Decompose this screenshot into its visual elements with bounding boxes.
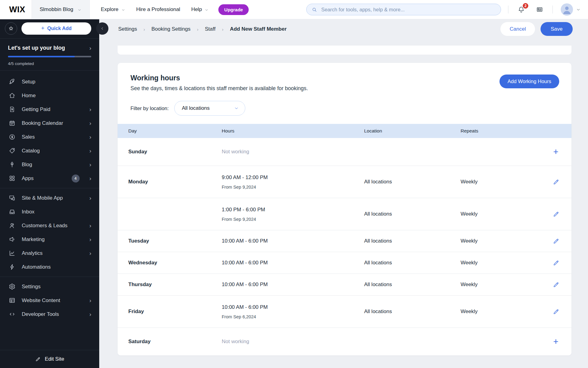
sidebar-item-apps[interactable]: Apps4›: [0, 171, 99, 185]
hours-cell: 10:00 AM - 6:00 PM: [222, 282, 364, 288]
nav-help-label: Help: [191, 6, 202, 13]
location-cell: All locations: [364, 238, 461, 244]
sidebar-collapse-button[interactable]: [96, 22, 108, 35]
sidebar-item-site-mobile-app[interactable]: Site & Mobile App›: [0, 191, 99, 205]
setup-progress-fill: [8, 56, 75, 57]
sidebar-item-developer-tools[interactable]: Developer Tools›: [0, 307, 99, 321]
edit-site-button[interactable]: Edit Site: [0, 350, 99, 368]
repeats-cell: Weekly: [461, 260, 549, 266]
sidebar-item-label: Website Content: [22, 297, 83, 304]
edit-hours-button[interactable]: [551, 307, 561, 316]
repeats-cell: Weekly: [461, 309, 549, 315]
sidebar-item-catalog[interactable]: Catalog›: [0, 144, 99, 158]
chevron-down-icon: [121, 8, 125, 12]
breadcrumb-current-page: Add New Staff Member: [230, 26, 287, 32]
breadcrumb-booking-settings[interactable]: Booking Settings: [151, 26, 190, 32]
wix-dashboard: WIX Slmobbin Blog Explore Hire a Profess…: [0, 0, 588, 368]
site-name: Slmobbin Blog: [40, 6, 74, 13]
breadcrumb-settings[interactable]: Settings: [118, 26, 137, 32]
edit-hours-button[interactable]: [551, 177, 561, 187]
plus-icon: +: [553, 148, 559, 155]
hours-cell: 10:00 AM - 6:00 PMFrom Sep 6,2024: [222, 304, 364, 319]
hours-cell: Not working: [222, 149, 364, 155]
add-hours-button[interactable]: +: [552, 147, 560, 156]
header-actions: Cancel Save: [500, 22, 573, 36]
location-cell: All locations: [364, 309, 461, 315]
sidebar-item-label: Catalog: [22, 148, 83, 154]
breadcrumb-staff[interactable]: Staff: [205, 26, 216, 32]
save-button[interactable]: Save: [541, 22, 573, 36]
repeats-cell: Weekly: [461, 211, 549, 217]
sidebar-item-label: Analytics: [22, 250, 83, 256]
sidebar-item-blog[interactable]: Blog›: [0, 158, 99, 171]
hours-value: 9:00 AM - 12:00 PM: [222, 174, 364, 181]
table-row: SundayNot working+: [118, 138, 571, 166]
location-cell: All locations: [364, 179, 461, 185]
nav-hire-a-professional[interactable]: Hire a Professional: [136, 6, 180, 13]
sidebar-item-sales[interactable]: Sales›: [0, 130, 99, 144]
sidebar-item-label: Home: [22, 93, 91, 99]
setup-panel-header[interactable]: Let's set up your blog ›: [8, 45, 91, 51]
sidebar-item-label: Blog: [22, 162, 83, 168]
site-switcher[interactable]: Slmobbin Blog: [32, 0, 90, 19]
sidebar-item-label: Customers & Leads: [22, 223, 83, 229]
divider: [552, 6, 553, 13]
sidebar-item-analytics[interactable]: Analytics›: [0, 246, 99, 260]
star-icon: [8, 25, 14, 32]
search-input[interactable]: [321, 6, 496, 13]
section-title: Working hours: [130, 74, 308, 82]
sidebar-item-home[interactable]: Home: [0, 89, 99, 102]
sidebar-item-booking-calendar[interactable]: Booking Calendar›: [0, 116, 99, 130]
developer-tools-icon: [9, 311, 16, 318]
chevron-down-icon: [205, 8, 209, 12]
location-cell: All locations: [364, 260, 461, 266]
table-row: Thursday10:00 AM - 6:00 PMAll locationsW…: [118, 274, 571, 296]
filter-label: Filter by location:: [130, 105, 169, 111]
sidebar-item-label: Booking Calendar: [22, 120, 83, 126]
upgrade-button[interactable]: Upgrade: [218, 4, 249, 15]
cancel-button[interactable]: Cancel: [500, 22, 535, 36]
add-hours-button[interactable]: +: [552, 337, 560, 346]
hours-cell: 10:00 AM - 6:00 PM: [222, 238, 364, 244]
nav-explore[interactable]: Explore: [101, 6, 125, 13]
section-subtitle: See the days, times & locations this sta…: [130, 85, 308, 92]
chevron-right-icon: ›: [89, 120, 91, 126]
sidebar-item-label: Settings: [22, 284, 91, 290]
chevron-right-icon: ›: [89, 195, 91, 201]
catalog-icon: [9, 147, 16, 154]
chevron-right-icon: ›: [89, 162, 91, 167]
nav-help[interactable]: Help: [191, 6, 209, 13]
search-bar[interactable]: [306, 4, 501, 15]
news-card-icon: [536, 6, 543, 13]
chevron-right-icon: ›: [89, 250, 91, 256]
table-row: Monday9:00 AM - 12:00 PMFrom Sep 9,2024A…: [118, 166, 571, 198]
sidebar-item-settings[interactable]: Settings: [0, 280, 99, 293]
sidebar-item-automations[interactable]: Automations: [0, 260, 99, 274]
top-bar: WIX Slmobbin Blog Explore Hire a Profess…: [0, 0, 588, 19]
sidebar-item-inbox[interactable]: Inbox: [0, 205, 99, 219]
favorites-button[interactable]: [5, 22, 17, 35]
getting-paid-icon: [9, 106, 16, 113]
hours-cell: 10:00 AM - 6:00 PM: [222, 260, 364, 266]
avatar[interactable]: [561, 3, 573, 16]
account-menu-chevron[interactable]: [576, 7, 581, 12]
day-cell: Wednesday: [128, 260, 222, 266]
sidebar-item-marketing[interactable]: Marketing›: [0, 232, 99, 246]
sidebar-item-customers-leads[interactable]: Customers & Leads›: [0, 219, 99, 232]
edit-hours-button[interactable]: [551, 258, 561, 268]
sidebar: + Quick Add Let's set up your blog › 4/5…: [0, 19, 99, 368]
add-working-hours-button[interactable]: Add Working Hours: [499, 75, 559, 88]
edit-hours-button[interactable]: [551, 280, 561, 289]
sidebar-item-getting-paid[interactable]: Getting Paid›: [0, 102, 99, 116]
sidebar-item-setup[interactable]: Setup: [0, 75, 99, 89]
location-filter-dropdown[interactable]: All locations: [174, 101, 245, 116]
location-cell: All locations: [364, 211, 461, 217]
quick-add-button[interactable]: + Quick Add: [21, 22, 91, 35]
repeats-cell: Weekly: [461, 179, 549, 185]
sidebar-item-website-content[interactable]: Website Content›: [0, 293, 99, 307]
edit-hours-button[interactable]: [551, 209, 561, 219]
notifications-button[interactable]: 2: [518, 6, 525, 13]
updates-button[interactable]: [536, 6, 543, 13]
edit-hours-button[interactable]: [551, 236, 561, 246]
day-cell: Tuesday: [128, 238, 222, 244]
